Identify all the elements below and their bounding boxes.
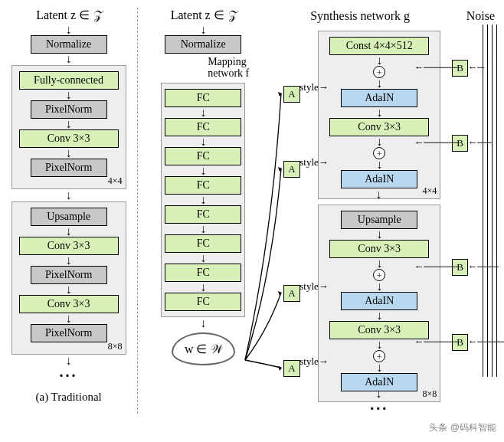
arrow: ↓ [375,390,381,398]
arrow: ↓ [375,191,381,198]
style-arrow: style→ [299,81,329,93]
arrow: ↓ [376,57,382,64]
style-arrow: style→ [299,156,329,169]
adain: AdaIN [341,170,417,188]
mapping-network-block: FC ↓ FC ↓ FC ↓ FC ↓ FC ↓ FC ↓ FC ↓ FC [161,83,245,317]
arrow: ↓ [200,26,206,34]
fc: FC [165,264,241,282]
continuation-dots: ··· [60,367,78,385]
arrow: ↓ [376,341,382,349]
arrow: ↓ [66,257,72,264]
size-label: 8×8 [422,388,437,400]
noise-line [487,25,488,377]
fc: FC [165,118,241,136]
upsample: Upsample [31,208,107,226]
block-8x8-a: Upsample ↓ Conv 3×3 ↓ PixelNorm ↓ Conv 3… [11,201,126,355]
arrow: ↓ [66,228,72,235]
continuation-dots: ··· [370,400,388,417]
const-layer: Const 4×4×512 [329,37,429,55]
latent-label-a: Latent z ∈ 𝒵 [36,8,101,22]
arrow: ↓ [66,315,72,322]
noise-line [492,25,493,377]
arrow: ↓ [200,319,206,327]
caption-a: (a) Traditional [35,391,101,404]
noise-to-b-arrow: ←─ [467,61,484,74]
arrow: ↓ [200,225,206,233]
latent-label-b: Latent z ∈ 𝒵 [171,8,236,22]
noise-label: Noise [466,9,495,23]
noise-to-b-arrow: ←─── [467,260,499,273]
fc-layer: Fully-connected [19,71,119,90]
pixelnorm: PixelNorm [31,266,107,284]
arrow: ↓ [66,149,72,157]
arrow: ↓ [376,283,382,290]
upsample: Upsample [341,211,417,229]
pixelnorm: PixelNorm [31,100,107,119]
mapping-network-label: Mapping network f [208,56,249,80]
normalize-b: Normalize [165,35,241,54]
adain: AdaIN [341,292,417,310]
synth-block-4x4: Const 4×4×512 ↓ + ↓ AdaIN ↓ Conv 3×3 ↓ +… [318,31,440,199]
noise-to-plus-arrow: ←───── [414,136,459,149]
affine-a: A [283,86,299,103]
fc: FC [165,89,241,107]
fc: FC [165,234,241,253]
size-label: 4×4 [108,175,123,187]
arrow: ↓ [200,167,206,175]
noise-to-plus-arrow: ←───── [414,260,459,273]
arrow: ↓ [66,55,72,63]
arrow: ↓ [66,286,72,293]
arrow: ↓ [376,260,382,267]
conv3x3: Conv 3×3 [19,237,119,255]
synth-block-8x8: Upsample ↓ Conv 3×3 ↓ + ↓ AdaIN ↓ Conv 3… [318,205,440,402]
arrow: ↓ [376,161,382,169]
affine-a: A [283,285,299,302]
affine-a: A [283,161,299,178]
vertical-divider [137,8,138,414]
adain: AdaIN [341,89,417,107]
size-label: 4×4 [422,185,437,197]
noise-to-plus-arrow: ←───── [414,61,459,74]
w-cloud: w ∈ 𝒲 [172,332,235,365]
affine-a: A [283,360,299,377]
pixelnorm: PixelNorm [31,324,107,342]
fc: FC [165,205,241,224]
fc: FC [165,176,241,195]
normalize-a: Normalize [31,35,107,54]
arrow: ↓ [376,364,382,372]
arrow: ↓ [200,109,206,116]
fc: FC [165,293,241,311]
arrow: ↓ [200,196,206,204]
arrow: ↓ [200,254,206,262]
noise-to-b-arrow: ←── [467,136,491,149]
arrow: ↓ [200,283,206,291]
style-arrow: style→ [299,355,329,368]
conv3x3: Conv 3×3 [329,118,429,136]
size-label: 8×8 [108,341,123,352]
conv3x3: Conv 3×3 [19,129,119,148]
noise-line [483,25,483,377]
style-arrow: style→ [299,280,329,293]
block-4x4-a: Fully-connected ↓ PixelNorm ↓ Conv 3×3 ↓… [11,65,126,189]
arrow: ↓ [66,357,72,365]
arrow: ↓ [376,80,382,87]
arrow: ↓ [200,138,206,146]
conv3x3: Conv 3×3 [19,295,119,313]
arrow: ↓ [66,26,72,34]
arrow: ↓ [376,231,382,238]
noise-line [496,25,497,377]
noise-to-b-arrow: ←──── [467,336,504,348]
arrow: ↓ [376,138,382,146]
conv3x3: Conv 3×3 [329,240,429,258]
synthesis-label: Synthesis network g [310,9,410,23]
fc: FC [165,147,241,165]
pixelnorm: PixelNorm [31,159,107,177]
noise-to-plus-arrow: ←───── [414,336,459,348]
arrow: ↓ [66,120,72,128]
arrow: ↓ [66,91,72,99]
arrow: ↓ [376,109,382,116]
arrow: ↓ [66,192,72,199]
arrow: ↓ [376,312,382,319]
